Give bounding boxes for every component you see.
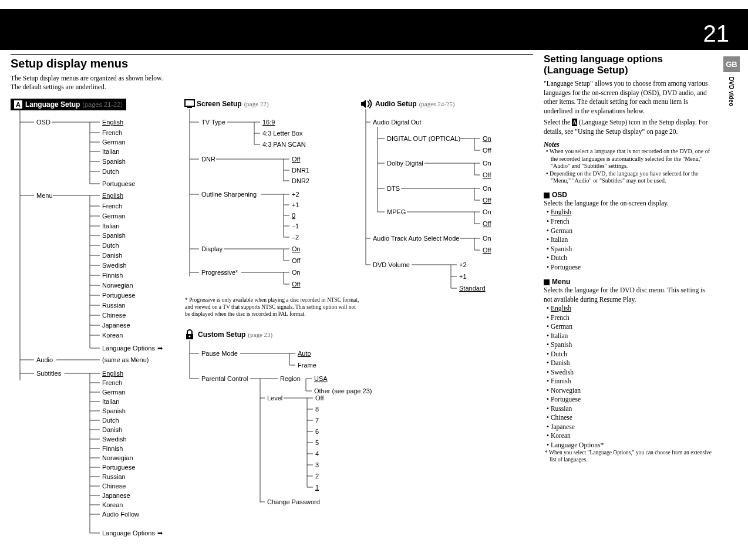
a-icon-inline: A	[572, 119, 577, 126]
svg-text:+1: +1	[292, 201, 299, 208]
svg-text:TV Type: TV Type	[201, 119, 225, 126]
svg-rect-48	[187, 107, 192, 108]
svg-text:Danish: Danish	[102, 252, 122, 259]
svg-text:7: 7	[315, 417, 319, 424]
svg-text:Off: Off	[483, 147, 491, 154]
svg-text:8: 8	[315, 406, 319, 413]
svg-text:–2: –2	[292, 234, 299, 241]
svg-text:Off: Off	[483, 171, 491, 178]
page-title: Setup display menus	[11, 57, 539, 70]
svg-text:Japanese: Japanese	[102, 492, 130, 499]
svg-text:2: 2	[315, 473, 319, 480]
svg-text:Korean: Korean	[102, 332, 123, 339]
svg-text:Danish: Danish	[102, 426, 122, 433]
svg-text:Portuguese: Portuguese	[102, 292, 135, 299]
list-item: • French	[544, 217, 713, 227]
screen-setup-head: Screen Setup(page 22)	[184, 99, 360, 109]
svg-text:Portuguese: Portuguese	[102, 464, 135, 471]
svg-text:Language Options: Language Options	[102, 345, 155, 352]
svg-text:On: On	[483, 160, 491, 167]
svg-text:Progressive*: Progressive*	[201, 269, 238, 276]
list-item: • Japanese	[544, 423, 713, 432]
svg-text:Audio: Audio	[36, 356, 53, 363]
asterisk-note: * When you select "Language Options," yo…	[544, 450, 713, 463]
screen-tree: TV Type 16:9 4:3 Letter Box 4:3 PAN SCAN…	[184, 109, 360, 291]
svg-text:+1: +1	[459, 273, 467, 280]
svg-text:Parental Control: Parental Control	[201, 375, 248, 382]
svg-text:Finnish: Finnish	[102, 445, 123, 452]
svg-text:DVD Volume: DVD Volume	[373, 261, 410, 268]
svg-text:On: On	[292, 245, 301, 252]
list-item: • Dutch	[544, 254, 713, 263]
svg-text:Dutch: Dutch	[102, 242, 119, 249]
svg-text:German: German	[102, 212, 126, 220]
svg-text:Russian: Russian	[102, 302, 126, 309]
svg-text:Off: Off	[315, 394, 324, 402]
svg-text:16:9: 16:9	[262, 119, 275, 126]
svg-text:Korean: Korean	[102, 501, 123, 508]
list-item: • Portuguese	[544, 263, 713, 272]
lang-setup-head: A Language Setup(pages 21-22)	[11, 99, 126, 110]
list-item: • Italian	[544, 235, 713, 245]
list-item: • Danish	[544, 359, 713, 368]
svg-text:Standard: Standard	[459, 285, 486, 292]
note-2: • Depending on the DVD, the language you…	[544, 170, 713, 185]
svg-text:Region: Region	[280, 375, 301, 382]
svg-text:Norwegian: Norwegian	[102, 454, 133, 461]
svg-text:Italian: Italian	[102, 148, 119, 155]
svg-text:4: 4	[315, 450, 319, 457]
list-item: • Spanish	[544, 340, 713, 350]
audio-tree: Audio Digital Out DIGITAL OUT (OPTICAL) …	[360, 109, 542, 297]
progressive-footnote: * Progressive is only available when pla…	[184, 297, 360, 318]
page-number: 21	[703, 21, 730, 47]
svg-text:On: On	[483, 135, 491, 142]
svg-text:Spanish: Spanish	[102, 158, 126, 165]
svg-text:–1: –1	[292, 222, 299, 230]
svg-text:Italian: Italian	[102, 222, 119, 230]
svg-text:3: 3	[315, 461, 319, 468]
lock-icon	[184, 329, 196, 340]
right-p1: "Language Setup" allows you to choose fr…	[544, 79, 713, 116]
svg-text:Level: Level	[267, 394, 282, 402]
header-bar: 21	[0, 9, 748, 50]
svg-text:Auto: Auto	[298, 350, 311, 357]
a-icon: A	[14, 100, 22, 109]
svg-text:Italian: Italian	[102, 398, 119, 405]
svg-text:(same as Menu): (same as Menu)	[102, 356, 149, 363]
svg-rect-47	[185, 100, 194, 106]
square-icon	[544, 279, 550, 285]
svg-point-70	[189, 335, 191, 337]
svg-text:MPEG: MPEG	[387, 208, 406, 215]
svg-text:On: On	[292, 269, 301, 276]
svg-text:Dutch: Dutch	[102, 417, 119, 424]
svg-text:Finnish: Finnish	[102, 272, 123, 279]
svg-text:English: English	[102, 370, 123, 377]
square-icon	[544, 193, 550, 198]
svg-text:Japanese: Japanese	[102, 322, 130, 329]
svg-text:0: 0	[292, 212, 295, 219]
speaker-icon	[360, 99, 374, 109]
svg-text:4:3 Letter Box: 4:3 Letter Box	[262, 130, 303, 137]
svg-text:Menu: Menu	[36, 192, 53, 199]
svg-text:USA: USA	[314, 375, 328, 382]
list-item: • Norwegian	[544, 386, 713, 396]
svg-text:Pause Mode: Pause Mode	[201, 350, 238, 357]
list-item: • Dutch	[544, 350, 713, 359]
intro: The Setup display menus are organized as…	[11, 74, 539, 92]
svg-text:Display: Display	[201, 245, 223, 252]
list-item: • English	[544, 304, 713, 313]
list-item: • Language Options*	[544, 441, 713, 450]
svg-text:OSD: OSD	[36, 119, 50, 126]
osd-section: OSD Selects the language for the on-scre…	[544, 191, 713, 272]
svg-text:Frame: Frame	[298, 362, 316, 369]
svg-text:DNR1: DNR1	[292, 167, 309, 174]
audio-setup-head: Audio Setup(pages 24-25)	[360, 99, 542, 109]
svg-text:➡: ➡	[157, 345, 163, 352]
screen-icon	[184, 99, 197, 109]
list-item: • Italian	[544, 332, 713, 341]
svg-text:1: 1	[315, 484, 319, 491]
svg-text:Off: Off	[483, 247, 491, 254]
svg-text:DNR: DNR	[201, 156, 215, 163]
list-item: • German	[544, 227, 713, 236]
list-item: • English	[544, 208, 713, 217]
